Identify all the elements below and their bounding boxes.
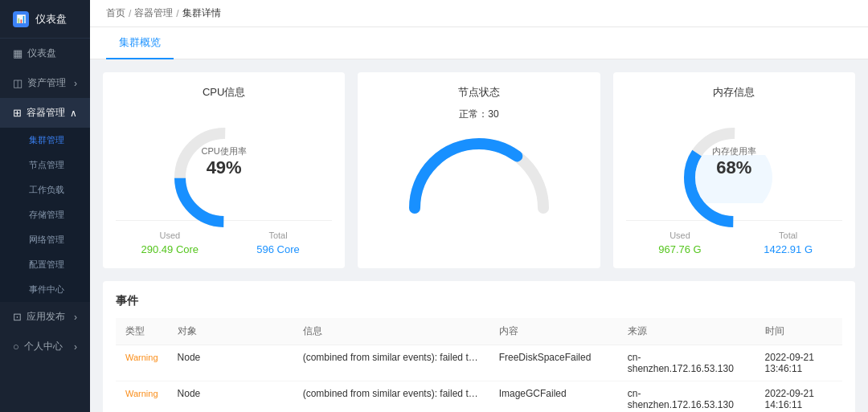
sidebar-item-dashboard[interactable]: ▦ 仪表盘 (0, 39, 90, 68)
sidebar-item-profile-label: 个人中心 (24, 340, 63, 353)
col-info: 信息 (293, 318, 489, 345)
sidebar-submenu-container: 集群管理 节点管理 工作负载 存储管理 网络管理 配置管理 事件中心 (0, 128, 90, 302)
cell-source: cn-shenzhen.172.16.53.130 (618, 345, 755, 381)
sidebar-item-appdeploy-label: 应用发布 (27, 310, 65, 324)
memory-used-value: 967.76 G (626, 243, 735, 255)
assets-icon: ◫ (13, 77, 23, 89)
cpu-total-stat: Total 596 Core (224, 230, 333, 255)
node-card: 节点状态 正常：30 (358, 72, 600, 268)
breadcrumb-sep-2: / (176, 8, 178, 19)
events-table: 类型 对象 信息 内容 来源 时间 Warning Node (combined… (116, 318, 842, 412)
cell-time: 2022-09-21 14:16:11 (755, 381, 842, 413)
chevron-right-icon-profile: › (74, 341, 77, 353)
appdeploy-icon: ⊡ (13, 311, 22, 323)
sidebar-item-profile[interactable]: ○ 个人中心 › (0, 332, 90, 361)
memory-total-value: 1422.91 G (734, 243, 842, 255)
sidebar-item-container[interactable]: ⊞ 容器管理 ∧ (0, 98, 90, 128)
cpu-label-text: CPU使用率 (202, 145, 247, 157)
memory-stats-row: Used 967.76 G Total 1422.91 G (626, 220, 842, 255)
sidebar-sub-cluster[interactable]: 集群管理 (0, 128, 90, 153)
sidebar-sub-storage[interactable]: 存储管理 (0, 202, 90, 227)
profile-icon: ○ (13, 341, 19, 353)
tabs-bar: 集群概览 (90, 27, 868, 59)
warning-badge: Warning (125, 389, 158, 398)
cell-info: (combined from similar events): failed t… (293, 381, 489, 413)
cpu-gauge-label: CPU使用率 49% (202, 145, 247, 178)
col-object: 对象 (168, 318, 293, 345)
cpu-card-title: CPU信息 (116, 85, 332, 100)
memory-gauge-container: 内存使用率 68% (626, 109, 842, 214)
sidebar-sub-node[interactable]: 节点管理 (0, 153, 90, 177)
breadcrumb-sep-1: / (129, 8, 131, 19)
memory-card-title: 内存信息 (626, 85, 842, 100)
cpu-gauge-container: CPU使用率 49% (116, 109, 332, 214)
sidebar-sub-workload[interactable]: 工作负载 (0, 177, 90, 202)
sidebar-sub-events[interactable]: 事件中心 (0, 277, 90, 302)
sidebar-item-assets[interactable]: ◫ 资产管理 › (0, 68, 90, 98)
sidebar-item-appdeploy[interactable]: ⊡ 应用发布 › (0, 302, 90, 332)
cell-type: Warning (116, 345, 168, 381)
sidebar-item-container-label: 容器管理 (27, 106, 65, 120)
cell-content: FreeDiskSpaceFailed (489, 345, 618, 381)
breadcrumb-home[interactable]: 首页 (106, 6, 125, 20)
cell-source: cn-shenzhen.172.16.53.130 (618, 381, 755, 413)
cpu-used-value: 290.49 Core (116, 243, 224, 255)
chevron-down-icon: › (74, 78, 77, 89)
sidebar-logo-text: 仪表盘 (35, 12, 67, 27)
dashboard-icon: ▦ (13, 47, 23, 59)
page-content: CPU信息 CPU使用率 49% Used (90, 59, 868, 412)
breadcrumb: 首页 / 容器管理 / 集群详情 (90, 0, 868, 27)
chevron-right-icon-appdeploy: › (74, 312, 77, 323)
cell-type: Warning (116, 381, 168, 413)
node-gauge: 正常：30 (399, 108, 559, 216)
table-row: Warning Node (combined from similar even… (116, 345, 842, 381)
cpu-card: CPU信息 CPU使用率 49% Used (103, 72, 345, 268)
sidebar: 📊 仪表盘 ▦ 仪表盘 ◫ 资产管理 › ⊞ 容器管理 ∧ 集群管理 节点管理 … (0, 0, 90, 412)
cell-time: 2022-09-21 13:46:11 (755, 345, 842, 381)
breadcrumb-current: 集群详情 (182, 6, 221, 20)
col-type: 类型 (116, 318, 168, 345)
memory-gauge-label: 内存使用率 68% (712, 145, 756, 178)
sidebar-logo: 📊 仪表盘 (0, 0, 90, 39)
metrics-cards-row: CPU信息 CPU使用率 49% Used (103, 72, 855, 268)
memory-card: 内存信息 内存使 (613, 72, 855, 268)
chevron-up-icon: ∧ (70, 108, 77, 119)
memory-total-label: Total (734, 230, 842, 240)
sidebar-sub-network[interactable]: 网络管理 (0, 227, 90, 252)
col-time: 时间 (755, 318, 842, 345)
events-title: 事件 (116, 294, 842, 308)
cpu-total-value: 596 Core (224, 243, 333, 255)
memory-value: 68% (712, 157, 756, 178)
cpu-stats-row: Used 290.49 Core Total 596 Core (116, 220, 332, 255)
col-content: 内容 (489, 318, 618, 345)
cell-object: Node (168, 381, 293, 413)
col-source: 来源 (618, 318, 755, 345)
main-content: 首页 / 容器管理 / 集群详情 集群概览 CPU信息 (90, 0, 868, 412)
cell-content: ImageGCFailed (489, 381, 618, 413)
tab-overview[interactable]: 集群概览 (106, 27, 174, 59)
cell-info: (combined from similar events): failed t… (293, 345, 489, 381)
table-header-row: 类型 对象 信息 内容 来源 时间 (116, 318, 842, 345)
container-icon: ⊞ (13, 107, 22, 119)
cpu-used-label: Used (116, 230, 224, 240)
sidebar-item-assets-label: 资产管理 (27, 76, 66, 90)
table-row: Warning Node (combined from similar even… (116, 381, 842, 413)
node-card-title: 节点状态 (371, 85, 587, 100)
memory-used-stat: Used 967.76 G (626, 230, 735, 255)
node-gauge-container: 正常：30 (371, 109, 587, 214)
memory-label-text: 内存使用率 (712, 145, 756, 157)
cpu-total-label: Total (224, 230, 333, 240)
sidebar-item-dashboard-label: 仪表盘 (27, 47, 56, 60)
cpu-value: 49% (202, 157, 247, 178)
breadcrumb-container[interactable]: 容器管理 (134, 6, 173, 20)
events-card: 事件 类型 对象 信息 内容 来源 时间 Warning Node (combi… (103, 281, 855, 412)
logo-icon: 📊 (13, 11, 29, 27)
cell-object: Node (168, 345, 293, 381)
memory-total-stat: Total 1422.91 G (734, 230, 842, 255)
sidebar-sub-config[interactable]: 配置管理 (0, 252, 90, 277)
node-gauge-svg (399, 128, 559, 216)
cpu-used-stat: Used 290.49 Core (116, 230, 224, 255)
warning-badge: Warning (125, 353, 158, 362)
memory-used-label: Used (626, 230, 735, 240)
node-status-text: 正常：30 (459, 108, 498, 121)
